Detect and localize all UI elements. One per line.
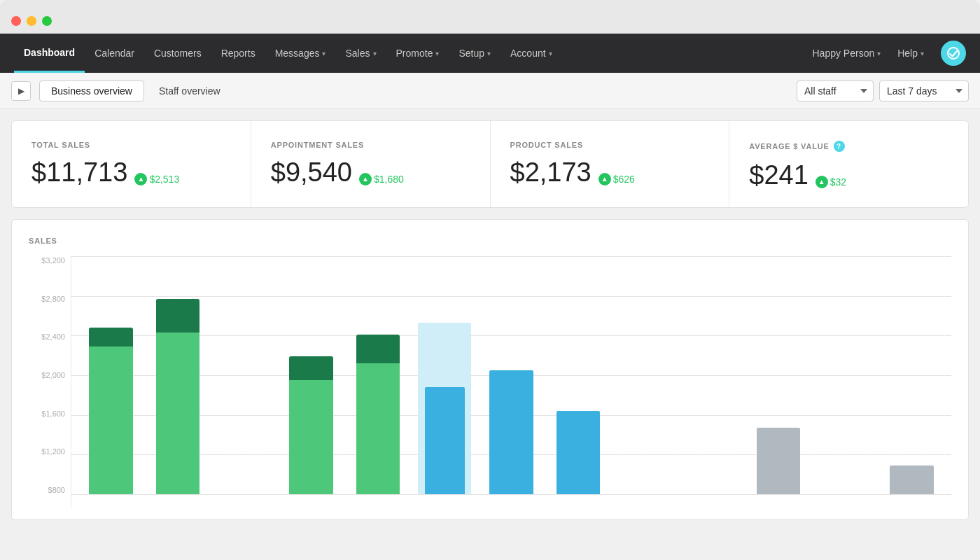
grid-line xyxy=(71,494,951,495)
y-axis-label: $2,000 xyxy=(29,371,71,379)
close-button[interactable] xyxy=(11,16,21,26)
nav-item-dashboard[interactable]: Dashboard xyxy=(14,34,85,73)
info-icon[interactable]: ? xyxy=(834,141,845,152)
bar-group[interactable] xyxy=(80,256,142,494)
svg-point-0 xyxy=(948,48,959,59)
kpi-label-product-sales: PRODUCT SALES xyxy=(510,141,710,149)
kpi-delta-total-sales: ▲ $2,513 xyxy=(134,173,179,186)
nav-label-customers: Customers xyxy=(154,48,202,59)
chevron-down-icon: ▾ xyxy=(322,50,326,57)
bar-group[interactable] xyxy=(280,256,342,494)
nav-item-promote[interactable]: Promote ▾ xyxy=(386,34,449,73)
kpi-value-row-appointment: $9,540 ▲ $1,680 xyxy=(271,158,470,188)
kpi-card-product-sales: PRODUCT SALES $2,173 ▲ $626 xyxy=(491,121,730,207)
main-content: TOTAL SALES $11,713 ▲ $2,513 APPOINTMENT… xyxy=(0,109,980,557)
chevron-down-icon: ▾ xyxy=(920,50,924,57)
sub-nav: ▶ Business overview Staff overview All s… xyxy=(0,73,980,109)
tab-staff-overview[interactable]: Staff overview xyxy=(147,80,232,102)
up-arrow-icon: ▲ xyxy=(816,176,828,188)
bar-group[interactable] xyxy=(881,256,943,494)
chart-container: $3,200$2,800$2,400$2,000$1,600$1,200$800 xyxy=(29,256,951,508)
bar-group[interactable] xyxy=(614,256,676,494)
y-axis-label: $1,200 xyxy=(29,447,71,456)
chevron-down-icon: ▾ xyxy=(373,50,377,57)
kpi-value-product-sales: $2,173 xyxy=(510,158,592,188)
period-filter-select[interactable]: Last 7 daysLast 30 daysLast 90 daysThis … xyxy=(879,80,969,102)
bar-group[interactable] xyxy=(146,256,209,494)
tab-business-overview[interactable]: Business overview xyxy=(39,80,144,102)
kpi-label-average-value: AVERAGE $ VALUE ? xyxy=(749,141,948,152)
chevron-down-icon: ▾ xyxy=(435,50,439,57)
top-nav: Dashboard Calendar Customers Reports Mes… xyxy=(0,34,980,73)
nav-label-promote: Promote xyxy=(396,48,433,59)
bar-group[interactable] xyxy=(346,256,409,494)
chevron-down-icon: ▾ xyxy=(549,50,552,57)
kpi-value-appointment-sales: $9,540 xyxy=(271,158,352,188)
y-axis-label: $1,600 xyxy=(29,410,71,418)
nav-item-calendar[interactable]: Calendar xyxy=(85,34,144,73)
collapse-sidebar-button[interactable]: ▶ xyxy=(11,81,31,101)
kpi-value-row-total: $11,713 ▲ $2,513 xyxy=(31,158,231,188)
nav-label-setup: Setup xyxy=(458,48,484,59)
kpi-value-row-average: $241 ▲ $32 xyxy=(749,160,948,190)
nav-label-account: Account xyxy=(510,48,546,59)
chart-card: SALES $3,200$2,800$2,400$2,000$1,600$1,2… xyxy=(11,219,969,520)
kpi-delta-product-sales: ▲ $626 xyxy=(598,173,635,186)
kpi-label-total-sales: TOTAL SALES xyxy=(31,141,231,149)
user-menu[interactable]: Happy Person ▾ xyxy=(806,48,886,59)
chart-title: SALES xyxy=(29,237,951,245)
kpi-value-average: $241 xyxy=(749,160,808,190)
bar-group[interactable] xyxy=(680,256,743,494)
avatar[interactable] xyxy=(941,41,966,66)
nav-item-reports[interactable]: Reports xyxy=(211,34,265,73)
kpi-label-appointment-sales: APPOINTMENT SALES xyxy=(271,141,470,149)
y-axis-label: $2,800 xyxy=(29,295,71,303)
bar-group[interactable] xyxy=(480,256,542,494)
y-axis-label: $800 xyxy=(29,486,71,494)
nav-right: Happy Person ▾ Help ▾ xyxy=(806,41,966,66)
kpi-card-appointment-sales: APPOINTMENT SALES $9,540 ▲ $1,680 xyxy=(251,121,491,207)
bars-area xyxy=(71,256,951,508)
chevron-down-icon: ▾ xyxy=(877,50,881,57)
help-label: Help xyxy=(897,48,918,59)
chevron-down-icon: ▾ xyxy=(487,50,491,57)
nav-label-reports: Reports xyxy=(221,48,255,59)
nav-item-setup[interactable]: Setup ▾ xyxy=(449,34,500,73)
user-name: Happy Person xyxy=(812,48,874,59)
bar-group[interactable] xyxy=(547,256,609,494)
bar-group[interactable] xyxy=(747,256,809,494)
maximize-button[interactable] xyxy=(42,16,52,26)
kpi-card-average-value: AVERAGE $ VALUE ? $241 ▲ $32 xyxy=(729,121,968,207)
nav-item-sales[interactable]: Sales ▾ xyxy=(335,34,386,73)
nav-label-dashboard: Dashboard xyxy=(24,47,75,58)
nav-item-messages[interactable]: Messages ▾ xyxy=(265,34,336,73)
filter-controls: All staffStaff 1Staff 2 Last 7 daysLast … xyxy=(797,80,969,102)
bar-group[interactable] xyxy=(414,256,476,494)
tab-staff-label: Staff overview xyxy=(159,85,220,97)
up-arrow-icon: ▲ xyxy=(359,173,372,186)
tab-business-label: Business overview xyxy=(51,85,132,97)
bar-group[interactable] xyxy=(813,256,876,494)
nav-item-account[interactable]: Account ▾ xyxy=(500,34,562,73)
help-menu[interactable]: Help ▾ xyxy=(892,48,930,59)
y-axis-label: $2,400 xyxy=(29,332,71,341)
up-arrow-icon: ▲ xyxy=(598,173,611,186)
nav-label-sales: Sales xyxy=(345,48,370,59)
nav-item-customers[interactable]: Customers xyxy=(144,34,211,73)
kpi-value-row-product: $2,173 ▲ $626 xyxy=(510,158,710,188)
chart-area: $3,200$2,800$2,400$2,000$1,600$1,200$800 xyxy=(29,256,951,508)
staff-filter-select[interactable]: All staffStaff 1Staff 2 xyxy=(797,80,874,102)
kpi-card-total-sales: TOTAL SALES $11,713 ▲ $2,513 xyxy=(12,121,251,207)
bar-group[interactable] xyxy=(214,256,276,494)
minimize-button[interactable] xyxy=(27,16,36,26)
nav-label-messages: Messages xyxy=(275,48,320,59)
y-axis-label: $3,200 xyxy=(29,256,71,265)
kpi-delta-appointment-sales: ▲ $1,680 xyxy=(359,173,404,186)
kpi-delta-average: ▲ $32 xyxy=(816,176,846,188)
kpi-value-total-sales: $11,713 xyxy=(31,158,127,188)
up-arrow-icon: ▲ xyxy=(134,173,147,186)
bars-row xyxy=(71,256,951,494)
y-axis: $3,200$2,800$2,400$2,000$1,600$1,200$800 xyxy=(29,256,71,508)
nav-label-calendar: Calendar xyxy=(94,48,134,59)
window-chrome xyxy=(0,0,980,34)
